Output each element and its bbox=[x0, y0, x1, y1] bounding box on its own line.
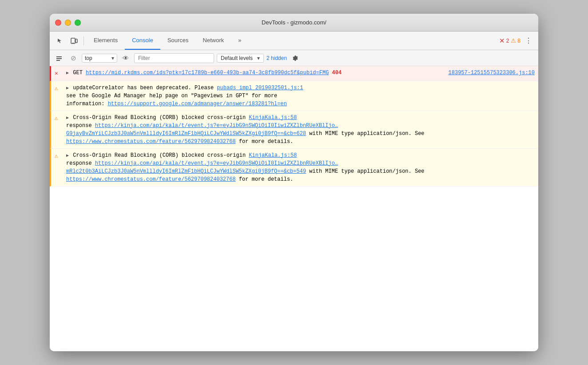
svg-rect-1 bbox=[75, 39, 77, 43]
warning3-url-link[interactable]: https://kinja.com/api/kala/t/event.js?e=… bbox=[66, 160, 338, 175]
error-url-link[interactable]: https://mid.rkdms.com/ids?ptk=17c1789b-e… bbox=[86, 70, 329, 76]
cursor-tool-button[interactable] bbox=[53, 35, 67, 47]
no-messages-button[interactable]: ⊘ bbox=[68, 52, 79, 64]
warning-icon-1: ⚠ bbox=[55, 84, 64, 93]
warning3-source-link[interactable]: KinjaKala.js:58 bbox=[249, 152, 297, 159]
levels-selector[interactable]: Default levels ▾ bbox=[217, 54, 264, 63]
warning-count-badge: ⚠ 8 bbox=[511, 37, 520, 44]
toolbar-right: ✕ 2 ⚠ 8 ⋮ bbox=[499, 35, 535, 47]
warning3-chromestatus-link[interactable]: https://www.chromestatus.com/feature/562… bbox=[66, 176, 236, 182]
entry-content-warning-1: ▶ updateCorrelator has been deprecated. … bbox=[66, 84, 535, 108]
tab-console[interactable]: Console bbox=[125, 32, 160, 50]
console-toolbar: ⊘ top ▾ 👁 Default levels ▾ 2 hidden bbox=[50, 50, 538, 66]
entry-content-error: ▶ GET https://mid.rkdms.com/ids?ptk=17c1… bbox=[66, 69, 535, 77]
eye-button[interactable]: 👁 bbox=[120, 52, 131, 64]
filter-input[interactable] bbox=[134, 53, 214, 63]
window-title: DevTools - gizmodo.com/ bbox=[262, 19, 326, 26]
tab-sources[interactable]: Sources bbox=[160, 32, 196, 50]
console-entry-warning-2: ⚠ ▶ Cross-Origin Read Blocking (CORB) bl… bbox=[50, 111, 538, 149]
context-dropdown-icon: ▾ bbox=[111, 55, 114, 61]
toolbar-divider bbox=[83, 36, 84, 45]
expand-arrow[interactable]: ▶ bbox=[66, 71, 69, 75]
maximize-button[interactable] bbox=[75, 20, 81, 26]
warning2-chromestatus-link[interactable]: https://www.chromestatus.com/feature/562… bbox=[66, 139, 236, 145]
tab-more[interactable]: » bbox=[231, 32, 248, 50]
expand-arrow-w2[interactable]: ▶ bbox=[66, 115, 69, 120]
console-entry-error: ✕ ▶ GET https://mid.rkdms.com/ids?ptk=17… bbox=[50, 66, 538, 81]
svg-rect-5 bbox=[56, 60, 60, 61]
svg-rect-4 bbox=[56, 58, 62, 59]
svg-rect-3 bbox=[56, 56, 62, 57]
entry-content-warning-2: ▶ Cross-Origin Read Blocking (CORB) bloc… bbox=[66, 114, 535, 146]
context-selector[interactable]: top ▾ bbox=[82, 54, 117, 63]
hidden-count[interactable]: 2 hidden bbox=[266, 55, 287, 61]
svg-rect-0 bbox=[71, 38, 75, 44]
expand-arrow-w1[interactable]: ▶ bbox=[66, 86, 69, 91]
traffic-lights bbox=[55, 20, 81, 26]
device-toolbar-button[interactable] bbox=[68, 35, 81, 47]
settings-button[interactable] bbox=[290, 52, 301, 64]
expand-arrow-w3[interactable]: ▶ bbox=[66, 153, 69, 158]
error-count-badge: ✕ 2 bbox=[499, 37, 509, 45]
tab-network[interactable]: Network bbox=[196, 32, 231, 50]
console-output: ✕ ▶ GET https://mid.rkdms.com/ids?ptk=17… bbox=[50, 66, 538, 351]
levels-dropdown-icon: ▾ bbox=[257, 55, 260, 61]
main-tab-bar: Elements Console Sources Network » bbox=[87, 32, 498, 50]
tab-elements[interactable]: Elements bbox=[87, 32, 125, 50]
console-entry-warning-3: ⚠ ▶ Cross-Origin Read Blocking (CORB) bl… bbox=[50, 149, 538, 186]
error-source[interactable]: 183957-12515575323306.js:10 bbox=[444, 69, 535, 77]
warning2-url-link[interactable]: https://kinja.com/api/kala/t/event.js?e=… bbox=[66, 123, 338, 137]
minimize-button[interactable] bbox=[65, 20, 71, 26]
tab-bar: Elements Console Sources Network » ✕ bbox=[50, 32, 538, 50]
close-button[interactable] bbox=[55, 20, 61, 26]
entry-content-warning-3: ▶ Cross-Origin Read Blocking (CORB) bloc… bbox=[66, 151, 535, 183]
warning1-url-link[interactable]: https://support.google.com/admanager/ans… bbox=[108, 101, 287, 107]
console-entry-warning-1: ⚠ ▶ updateCorrelator has been deprecated… bbox=[50, 81, 538, 111]
warning1-source-link[interactable]: pubads_impl_2019032501.js:1 bbox=[217, 85, 303, 91]
more-options-button[interactable]: ⋮ bbox=[522, 35, 535, 47]
warning-icon-3: ⚠ bbox=[55, 152, 64, 161]
clear-console-button[interactable] bbox=[53, 52, 65, 64]
warning2-source-link[interactable]: KinjaKala.js:58 bbox=[249, 115, 297, 121]
error-icon: ✕ bbox=[55, 69, 64, 78]
titlebar: DevTools - gizmodo.com/ bbox=[50, 14, 538, 32]
warning-icon-2: ⚠ bbox=[55, 114, 64, 123]
